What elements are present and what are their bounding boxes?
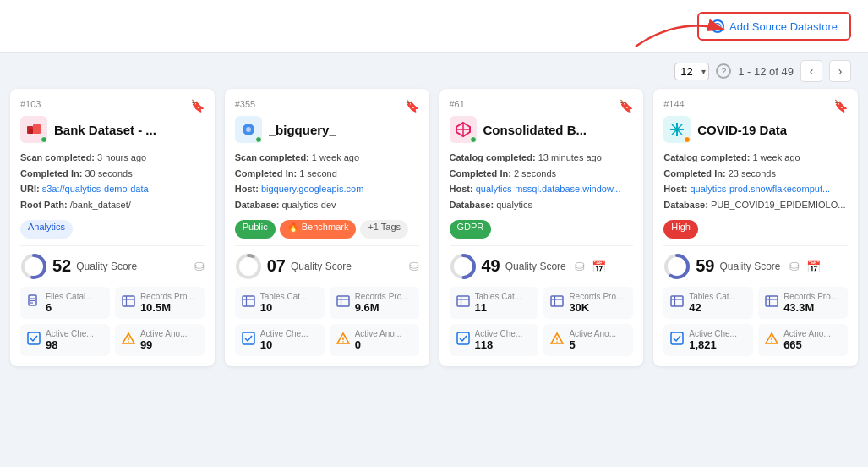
stat-item-1: Records Pro... 43.3M	[758, 287, 848, 319]
stat-value: 30K	[569, 301, 623, 314]
tags-row: Public🔥 Benchmark+1 Tags	[235, 220, 419, 239]
quality-network-icon: ⛁	[575, 260, 585, 273]
svg-rect-24	[337, 296, 349, 306]
quality-score-label: Quality Score	[291, 261, 352, 272]
stat-item-2: Active Che... 1,821	[663, 324, 753, 356]
per-page-selector[interactable]: 12 24 48	[674, 63, 709, 80]
card-2: #61 🔖 Consolidated B... Catalog complete…	[439, 89, 644, 366]
pagination-info: 1 - 12 of 49	[738, 65, 794, 78]
stat-label: Records Pro...	[140, 292, 194, 301]
stat-value: 6	[46, 301, 93, 314]
stat-value: 99	[140, 338, 188, 351]
bookmark-icon[interactable]: 🔖	[833, 99, 848, 113]
svg-rect-2	[33, 124, 41, 134]
stat-item-3: Active Ano... 665	[758, 324, 848, 356]
uri-link[interactable]: s3a://qualytics-demo-data	[42, 184, 149, 194]
status-dot	[684, 136, 691, 143]
stat-label: Active Che...	[475, 329, 523, 338]
per-page-dropdown[interactable]: 12 24 48	[674, 63, 709, 80]
svg-rect-27	[243, 332, 254, 344]
top-bar: ⊕ Add Source Datastore	[0, 0, 868, 53]
stat-item-0: Tables Cat... 10	[235, 287, 325, 319]
stat-item-0: Tables Cat... 42	[663, 287, 753, 319]
tag: +1 Tags	[360, 220, 408, 239]
stat-label: Tables Cat...	[689, 292, 736, 301]
stat-value: 42	[689, 301, 736, 314]
tag: Public	[235, 220, 276, 239]
quality-score-num: 52	[52, 256, 71, 276]
stat-label: Records Pro...	[783, 292, 838, 301]
quality-score-row: 07 Quality Score ⛁	[235, 253, 419, 280]
svg-rect-3	[29, 129, 33, 134]
stat-label: Active Che...	[46, 329, 94, 338]
stat-label: Active Che...	[689, 329, 737, 338]
quality-network-icon: ⛁	[409, 260, 419, 273]
host-link[interactable]: bigquery.googleapis.com	[261, 184, 363, 194]
svg-rect-53	[671, 296, 683, 306]
stat-icon-warn	[765, 332, 778, 349]
tag: 🔥 Benchmark	[280, 220, 357, 239]
stat-value: 5	[569, 338, 616, 351]
card-header: #355 🔖	[235, 99, 419, 113]
card-id: #355	[235, 99, 255, 109]
card-header: #144 🔖	[663, 99, 848, 113]
donut-chart	[663, 253, 691, 280]
stat-item-3: Active Ano... 99	[115, 324, 205, 356]
quality-score-num: 49	[482, 256, 500, 276]
stat-icon-warn	[336, 332, 350, 349]
svg-point-45	[557, 341, 559, 343]
arrow-decoration	[627, 8, 737, 51]
status-dot	[470, 136, 477, 143]
tags-row: High	[663, 220, 848, 239]
status-dot	[255, 136, 262, 143]
stat-label: Records Pro...	[355, 292, 409, 301]
tag: GDPR	[450, 220, 492, 239]
stat-value: 10.5M	[140, 301, 194, 314]
stat-value: 43.3M	[783, 301, 838, 314]
quality-network-icon: ⛁	[789, 260, 800, 273]
card-title: Consolidated B...	[483, 123, 587, 137]
svg-rect-21	[243, 296, 254, 306]
stat-label: Active Ano...	[140, 329, 188, 338]
stat-icon-table2	[550, 294, 564, 311]
quality-score-row: 59 Quality Score ⛁ 📅	[663, 253, 848, 280]
prev-page-button[interactable]: ‹	[800, 60, 822, 82]
host-link[interactable]: qualytics-mssql.database.window...	[476, 184, 621, 194]
svg-point-30	[342, 341, 344, 343]
cards-container: #103 🔖 Bank Dataset - ... Scan completed…	[0, 89, 868, 383]
stat-label: Files Catal...	[46, 292, 93, 301]
stat-icon-table2	[765, 294, 778, 311]
quality-score-label: Quality Score	[76, 261, 137, 272]
quality-score-row: 52 Quality Score ⛁	[20, 253, 205, 280]
ds-icon	[235, 116, 262, 143]
bookmark-icon[interactable]: 🔖	[190, 99, 205, 113]
next-page-button[interactable]: ›	[829, 60, 851, 82]
tag: High	[663, 220, 698, 239]
stat-icon-table2	[336, 294, 350, 311]
stat-icon-warn	[122, 332, 135, 349]
stat-label: Active Ano...	[783, 329, 831, 338]
stat-value: 98	[46, 338, 94, 351]
stat-item-0: Tables Cat... 11	[450, 287, 539, 319]
sub-bar: 12 24 48 ? 1 - 12 of 49 ‹ ›	[0, 53, 868, 89]
bookmark-icon[interactable]: 🔖	[405, 99, 419, 113]
host-link[interactable]: qualytics-prod.snowflakecomput...	[690, 184, 830, 194]
stat-value: 665	[783, 338, 831, 351]
stat-label: Active Che...	[260, 329, 308, 338]
stat-item-1: Records Pro... 9.6M	[330, 287, 419, 319]
stat-value: 1,821	[689, 338, 737, 351]
stat-label: Records Pro...	[569, 292, 623, 301]
stats-grid: Tables Cat... 11 Records Pro... 30K Acti…	[450, 287, 634, 356]
help-icon[interactable]: ?	[716, 63, 731, 79]
stat-icon-table	[122, 294, 135, 311]
card-id: #103	[20, 99, 41, 109]
card-0: #103 🔖 Bank Dataset - ... Scan completed…	[10, 89, 215, 366]
card-title: Bank Dataset - ...	[54, 123, 156, 137]
stat-value: 10	[260, 301, 308, 314]
svg-rect-39	[551, 296, 563, 306]
card-title-row: Bank Dataset - ...	[20, 116, 205, 143]
stat-item-1: Records Pro... 30K	[543, 287, 633, 319]
root-path: /bank_dataset/	[70, 200, 131, 210]
bookmark-icon[interactable]: 🔖	[619, 99, 633, 113]
stat-label: Active Ano...	[569, 329, 616, 338]
